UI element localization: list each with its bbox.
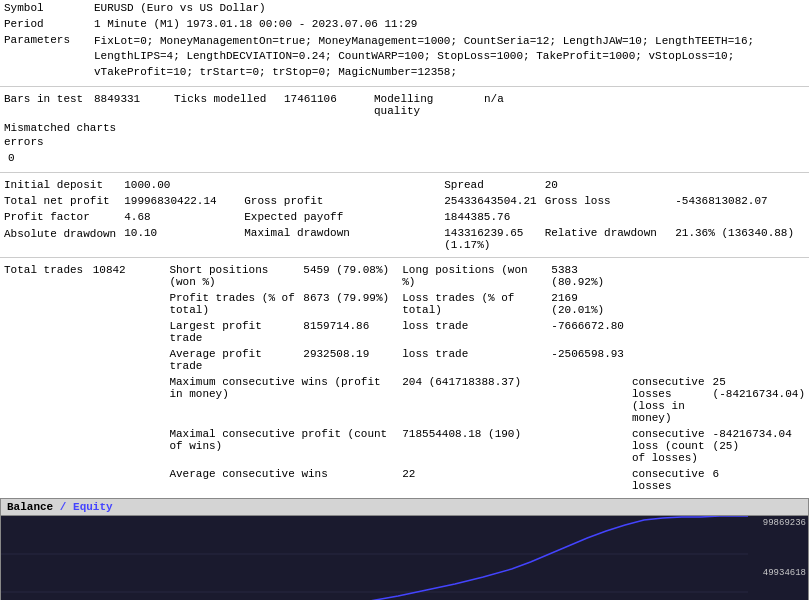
long-value: 5383 (80.92%) xyxy=(547,262,628,290)
expected-payoff-label: Expected payoff xyxy=(240,209,440,225)
max-drawdown-label: Maximal drawdown xyxy=(240,225,440,253)
profit-factor-value: 4.68 xyxy=(120,209,240,225)
spread-label: Spread xyxy=(440,177,540,193)
avg-consec-losses-label: consecutive losses xyxy=(628,466,709,494)
largest-profit-value: 8159714.86 xyxy=(299,318,398,346)
maximal-consec-profit-value: 718554408.18 (190) xyxy=(398,426,547,466)
ticks-label: Ticks modelled xyxy=(170,91,280,119)
parameters-value: FixLot=0; MoneyManagementOn=true; MoneyM… xyxy=(90,32,809,82)
y-axis-labels: 99869236 49934618 0 xyxy=(763,516,806,600)
profit-trades-value: 8673 (79.99%) xyxy=(299,290,398,318)
profit-trades-label: Profit trades (% of total) xyxy=(165,290,299,318)
largest-loss-label: loss trade xyxy=(398,318,547,346)
max-consec-wins-label: Maximum consecutive wins (profit in mone… xyxy=(165,374,398,426)
rel-drawdown-value: 21.36% (136340.88) xyxy=(671,225,809,253)
gross-loss-label: Gross loss xyxy=(541,193,672,209)
report-container: Symbol EURUSD (Euro vs US Dollar) Period… xyxy=(0,0,809,600)
gross-loss-value: -5436813082.07 xyxy=(671,193,809,209)
avg-loss-label: loss trade xyxy=(398,346,547,374)
financials-table: Initial deposit 1000.00 Spread 20 Total … xyxy=(0,177,809,253)
y-label-top: 99869236 xyxy=(763,518,806,528)
quality-label: Modelling quality xyxy=(370,91,480,119)
divider-1 xyxy=(0,86,809,87)
short-value: 5459 (79.08%) xyxy=(299,262,398,290)
ticks-value: 17461106 xyxy=(280,91,370,119)
spread-value: 20 xyxy=(541,177,672,193)
total-trades-value: 10842 xyxy=(89,262,151,290)
abs-drawdown-label: Absolute drawdown xyxy=(0,225,120,253)
y-label-mid: 49934618 xyxy=(763,568,806,578)
loss-trades-value: 2169 (20.01%) xyxy=(547,290,628,318)
trades-table: Total trades 10842 Short positions (won … xyxy=(0,262,809,494)
bars-table: Bars in test 8849331 Ticks modelled 1746… xyxy=(0,91,809,166)
avg-loss-value: -2506598.93 xyxy=(547,346,628,374)
bars-label: Bars in test xyxy=(0,91,90,119)
symbol-label: Symbol xyxy=(0,0,90,16)
mismatched-label: Mismatched charts errors xyxy=(4,121,134,150)
gross-profit-value: 25433643504.21 xyxy=(440,193,540,209)
max-consec-losses-value: 25 (-84216734.04) xyxy=(709,374,809,426)
chart-area: 99869236 49934618 0 xyxy=(1,516,808,600)
maximal-consec-loss-value: -84216734.04 (25) xyxy=(709,426,809,466)
avg-profit-value: 2932508.19 xyxy=(299,346,398,374)
balance-chart-svg xyxy=(1,516,748,600)
chart-header: Balance / Equity xyxy=(1,499,808,516)
parameters-label: Parameters xyxy=(0,32,90,82)
largest-profit-label: Largest profit trade xyxy=(165,318,299,346)
balance-chart-section: Balance / Equity 99869236 49934618 0 Siz xyxy=(0,498,809,600)
net-profit-value: 19996830422.14 xyxy=(120,193,240,209)
max-drawdown-value: 143316239.65 (1.17%) xyxy=(440,225,540,253)
net-profit-label: Total net profit xyxy=(0,193,120,209)
period-value: 1 Minute (M1) 1973.01.18 00:00 - 2023.07… xyxy=(90,16,809,32)
mismatched-value: 0 xyxy=(8,152,15,164)
period-label: Period xyxy=(0,16,90,32)
avg-consec-wins-value: 22 xyxy=(398,466,547,494)
expected-payoff-value: 1844385.76 xyxy=(440,209,540,225)
bars-value: 8849331 xyxy=(90,91,170,119)
balance-chart-label: Balance xyxy=(7,501,53,513)
maximal-consec-loss-label: consecutive loss (count of losses) xyxy=(628,426,709,466)
info-table: Symbol EURUSD (Euro vs US Dollar) Period… xyxy=(0,0,809,82)
max-consec-losses-label: consecutive losses (loss in money) xyxy=(628,374,709,426)
profit-factor-label: Profit factor xyxy=(0,209,120,225)
equity-chart-label: / Equity xyxy=(60,501,113,513)
rel-drawdown-label: Relative drawdown xyxy=(541,225,672,253)
maximal-consec-profit-label: Maximal consecutive profit (count of win… xyxy=(165,426,398,466)
symbol-value: EURUSD (Euro vs US Dollar) xyxy=(90,0,809,16)
mismatched-row xyxy=(0,166,809,168)
short-label: Short positions (won %) xyxy=(165,262,299,290)
gross-profit-label: Gross profit xyxy=(240,193,440,209)
long-label: Long positions (won %) xyxy=(398,262,547,290)
max-consec-wins-value: 204 (641718388.37) xyxy=(398,374,547,426)
loss-trades-label: Loss trades (% of total) xyxy=(398,290,547,318)
total-trades-label: Total trades xyxy=(0,262,89,290)
divider-3 xyxy=(0,257,809,258)
abs-drawdown-value: 10.10 xyxy=(120,225,240,253)
initial-deposit-value: 1000.00 xyxy=(120,177,240,193)
largest-loss-value: -7666672.80 xyxy=(547,318,628,346)
initial-deposit-label: Initial deposit xyxy=(0,177,120,193)
avg-profit-label: Average profit trade xyxy=(165,346,299,374)
avg-consec-losses-value: 6 xyxy=(709,466,809,494)
divider-2 xyxy=(0,172,809,173)
quality-value: n/a xyxy=(480,91,809,119)
avg-consec-wins-label: Average consecutive wins xyxy=(165,466,398,494)
